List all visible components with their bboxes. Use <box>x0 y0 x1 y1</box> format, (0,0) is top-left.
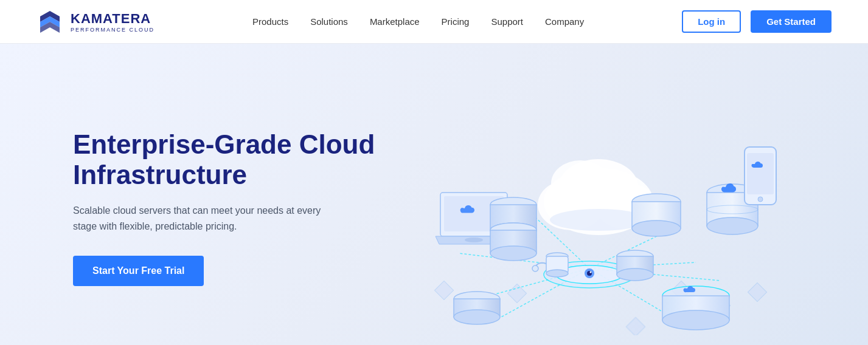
free-trial-button[interactable]: Start Your Free Trial <box>73 256 204 286</box>
svg-rect-8 <box>748 282 766 301</box>
svg-point-60 <box>617 268 653 281</box>
svg-point-35 <box>551 160 609 207</box>
nav-pricing[interactable]: Pricing <box>442 16 470 27</box>
svg-point-45 <box>532 265 538 272</box>
hero-subtitle: Scalable cloud servers that can meet you… <box>73 203 328 234</box>
logo-subtitle: PERFORMANCE CLOUD <box>71 27 155 33</box>
svg-point-41 <box>589 272 591 273</box>
hero-title: Enterprise-Grade Cloud Infrastructure <box>73 129 389 191</box>
nav-support[interactable]: Support <box>491 16 523 27</box>
svg-point-21 <box>707 217 758 234</box>
svg-point-54 <box>758 197 763 202</box>
logo-link[interactable]: KAMATERA PERFORMANCE CLOUD <box>36 9 155 35</box>
svg-point-44 <box>546 270 568 277</box>
hero-section: Enterprise-Grade Cloud Infrastructure Sc… <box>0 44 868 345</box>
nav-company[interactable]: Company <box>545 16 584 27</box>
svg-point-51 <box>454 310 500 324</box>
svg-rect-9 <box>626 317 645 335</box>
logo-name: KAMATERA <box>71 11 155 27</box>
nav-marketplace[interactable]: Marketplace <box>370 16 420 27</box>
svg-point-24 <box>465 237 483 242</box>
navbar: KAMATERA PERFORMANCE CLOUD Products Solu… <box>0 0 868 44</box>
svg-rect-3 <box>434 281 453 299</box>
svg-point-48 <box>662 310 729 330</box>
nav-actions: Log in Get Started <box>682 10 832 33</box>
nav-links: Products Solutions Marketplace Pricing S… <box>252 16 584 27</box>
nav-solutions[interactable]: Solutions <box>310 16 348 27</box>
hero-illustration <box>389 80 795 335</box>
get-started-button[interactable]: Get Started <box>751 10 832 33</box>
svg-point-57 <box>632 220 681 236</box>
logo-icon <box>36 9 63 35</box>
svg-rect-53 <box>747 153 774 194</box>
hero-content: Enterprise-Grade Cloud Infrastructure Sc… <box>73 129 389 286</box>
nav-products[interactable]: Products <box>252 16 288 27</box>
login-button[interactable]: Log in <box>682 10 741 33</box>
svg-point-30 <box>490 246 536 261</box>
cloud-infrastructure-illustration <box>404 80 781 335</box>
